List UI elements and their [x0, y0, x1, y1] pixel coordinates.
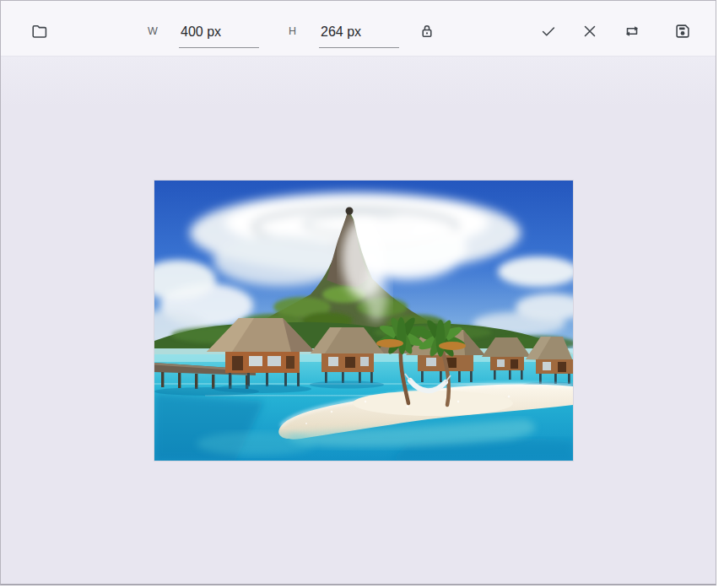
- cancel-button[interactable]: [571, 13, 608, 50]
- height-input[interactable]: [319, 19, 399, 48]
- editor-canvas: [1, 57, 716, 584]
- repeat-button[interactable]: [613, 13, 651, 50]
- repeat-icon: [623, 22, 641, 40]
- folder-icon: [30, 22, 49, 40]
- lock-icon: [418, 22, 436, 40]
- aspect-lock-button[interactable]: [408, 13, 446, 50]
- width-input[interactable]: [179, 19, 259, 48]
- open-file-button[interactable]: [21, 13, 58, 50]
- width-label: W: [148, 25, 158, 37]
- toolbar: W H: [1, 1, 716, 57]
- image-preview[interactable]: [154, 181, 573, 461]
- height-label: H: [289, 25, 296, 37]
- image-resize-window: W H: [0, 0, 716, 585]
- close-icon: [581, 22, 599, 40]
- save-icon: [673, 22, 692, 40]
- save-button[interactable]: [664, 13, 701, 50]
- island-photo: [154, 181, 573, 461]
- check-icon: [539, 22, 558, 40]
- confirm-button[interactable]: [530, 13, 567, 50]
